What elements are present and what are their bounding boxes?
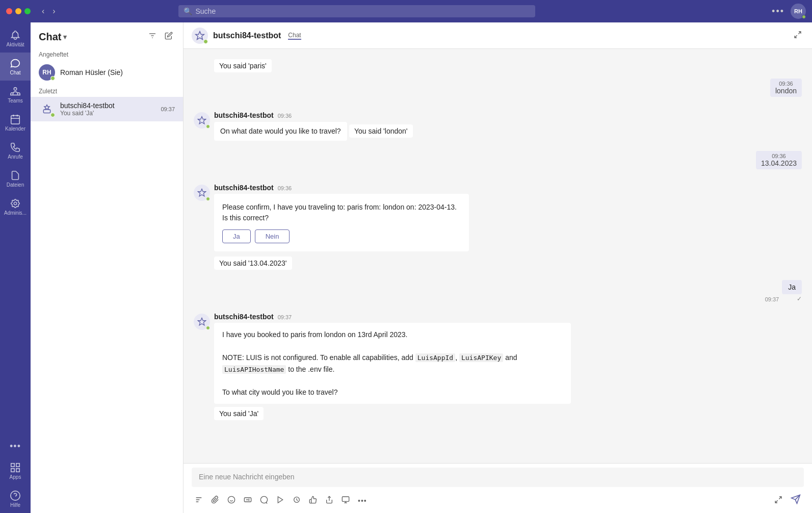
message-input[interactable]: Eine neue Nachricht eingeben: [192, 468, 804, 487]
sidebar-label-help: Hilfe: [10, 502, 20, 508]
teams-icon: [10, 86, 21, 97]
svg-marker-22: [278, 497, 282, 503]
chat-header-bot-icon: [195, 31, 205, 41]
attach-button[interactable]: [208, 494, 222, 508]
ja-time: 09:37: [765, 296, 779, 302]
back-button[interactable]: ‹: [39, 5, 47, 18]
emoji-button[interactable]: [224, 494, 239, 508]
filter-icon: [148, 32, 156, 40]
praise-button[interactable]: [306, 494, 320, 508]
testbot-time: 09:37: [161, 106, 175, 112]
send-button[interactable]: [788, 492, 804, 509]
ja-bubble: Ja: [782, 280, 802, 294]
svg-marker-15: [198, 117, 206, 124]
sidebar-item-help[interactable]: Hilfe: [0, 485, 31, 513]
apps-icon: [10, 462, 21, 473]
help-icon: [10, 490, 21, 501]
sidebar-item-chat[interactable]: Chat: [0, 53, 31, 81]
sidebar-item-calls[interactable]: Anrufe: [0, 137, 31, 165]
share-button[interactable]: [322, 494, 336, 508]
bot-time-3: 09:37: [278, 314, 292, 320]
sticker-button[interactable]: [257, 494, 271, 508]
chat-header-tab[interactable]: Chat: [288, 32, 301, 40]
roman-name: Roman Hüsler (Sie): [60, 68, 123, 76]
loop-button[interactable]: [290, 494, 304, 508]
main-layout: Aktivität Chat Teams Kalender: [0, 22, 812, 513]
message-placeholder: Eine neue Nachricht eingeben: [199, 473, 295, 481]
chat-list-actions: [146, 30, 175, 44]
chat-area: butschi84-testbot Chat You said 'paris': [184, 22, 812, 513]
user-avatar[interactable]: RH: [791, 4, 806, 19]
nav-buttons: ‹ ›: [39, 5, 59, 18]
svg-rect-4: [11, 464, 14, 467]
sidebar-label-chat: Chat: [10, 70, 20, 75]
bot-online-2: [206, 197, 210, 201]
calendar-icon: [10, 114, 21, 125]
search-input[interactable]: [195, 7, 530, 15]
sidebar-item-teams[interactable]: Teams: [0, 81, 31, 109]
svg-marker-17: [198, 318, 206, 325]
sidebar-label-teams: Teams: [8, 98, 22, 104]
sidebar-label-activity: Aktivität: [6, 42, 24, 47]
bot-name-3: butschi84-testbot: [214, 313, 274, 321]
sidebar-item-apps[interactable]: Apps: [0, 457, 31, 485]
maximize-dot[interactable]: [24, 8, 31, 14]
nein-button[interactable]: Nein: [255, 229, 290, 243]
chat-header-online-indicator: [203, 39, 208, 44]
schedule-icon: [276, 496, 284, 504]
london-ts-row: 09:36 london: [194, 79, 802, 99]
bot-msg-content-2: butschi84-testbot 09:36 Please confirm, …: [214, 184, 802, 270]
bot-avatar-icon-1: [197, 116, 206, 125]
bot-name-2: butschi84-testbot: [214, 184, 274, 192]
booked-travel-question: To what city would you like to travel?: [222, 387, 563, 398]
more-toolbar-button[interactable]: •••: [355, 494, 370, 507]
chat-header-actions: [792, 29, 804, 43]
chevron-down-icon[interactable]: ▾: [63, 33, 67, 41]
pinned-user-roman[interactable]: RH Roman Hüsler (Sie): [31, 60, 183, 85]
files-icon: [10, 170, 21, 181]
sidebar-item-activity[interactable]: Aktivität: [0, 24, 31, 53]
svg-point-18: [228, 496, 234, 503]
sidebar-item-files[interactable]: Dateien: [0, 165, 31, 193]
bot-msg-avatar-1: [194, 112, 210, 129]
sidebar-item-calendar[interactable]: Kalender: [0, 109, 31, 137]
date-said-bubble: You said '13.04.2023': [214, 256, 292, 270]
chat-list-title: Chat ▾: [39, 31, 67, 43]
ja-button[interactable]: Ja: [222, 229, 251, 243]
chat-header: butschi84-testbot Chat: [184, 22, 812, 49]
expand-button[interactable]: [771, 494, 785, 508]
praise-icon: [309, 496, 317, 504]
schedule-button[interactable]: [273, 494, 287, 508]
svg-rect-5: [16, 464, 19, 467]
filter-button[interactable]: [146, 30, 159, 44]
giphy-button[interactable]: [241, 494, 255, 508]
sidebar-more-button[interactable]: •••: [10, 436, 21, 457]
svg-marker-16: [198, 189, 206, 196]
close-dot[interactable]: [6, 8, 12, 14]
compose-icon: [165, 32, 173, 40]
search-bar[interactable]: 🔍: [178, 5, 535, 17]
sidebar-item-admin[interactable]: Adminis...: [0, 193, 31, 221]
chat-list-header: Chat ▾: [31, 22, 183, 48]
phone-icon: [10, 142, 21, 153]
svg-marker-14: [196, 31, 204, 39]
format-button[interactable]: [192, 494, 206, 508]
confirm-text: Please confirm, I have you traveling to:…: [222, 202, 461, 223]
popout-button[interactable]: [792, 29, 804, 43]
format-icon: [195, 496, 203, 504]
bot-time-1: 09:36: [278, 113, 292, 119]
titlebar: ‹ › 🔍 ••• RH: [0, 0, 812, 22]
date-question-bubble: On what date would you like to travel?: [214, 122, 347, 141]
more-options-button[interactable]: •••: [772, 6, 784, 17]
bot-name-1: butschi84-testbot: [214, 111, 274, 119]
confirm-buttons: Ja Nein: [222, 229, 461, 243]
testbot-online-indicator: [50, 113, 55, 117]
whiteboard-button[interactable]: [338, 494, 353, 508]
forward-button[interactable]: ›: [49, 5, 58, 18]
paris-said-row: You said 'paris': [194, 57, 802, 72]
new-chat-button[interactable]: [163, 30, 175, 44]
minimize-dot[interactable]: [15, 8, 21, 14]
date-ts-row: 09:36 13.04.2023: [194, 151, 802, 171]
testbot-avatar: [39, 101, 55, 117]
chat-item-testbot[interactable]: butschi84-testbot You said 'Ja' 09:37: [31, 97, 183, 121]
